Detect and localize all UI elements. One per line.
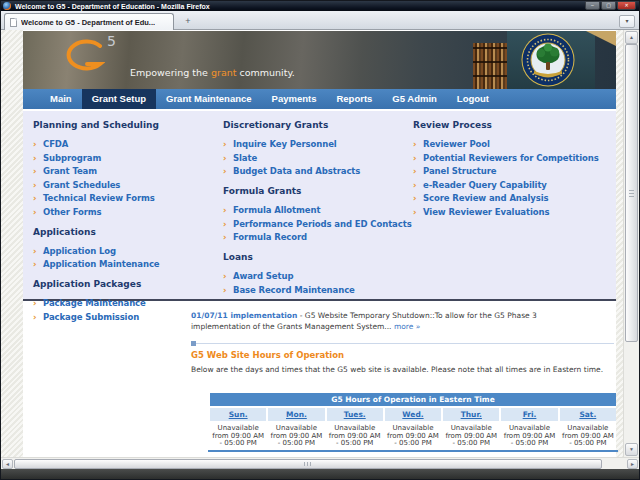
hours-table-title: G5 Hours of Operation in Eastern Time [210, 393, 616, 406]
menu-column-1: Planning and Scheduling ›CFDA ›Subprogra… [33, 120, 218, 332]
menu-section-formula-grants: Formula Grants ›Formula Allotment ›Perfo… [223, 186, 411, 242]
hours-cell-tues: Unavailable from 09:00 AM - 05:00 PM [327, 423, 383, 448]
window-controls: – ▢ ✕ [585, 1, 636, 10]
arrow-bullet-icon: › [33, 193, 43, 203]
menu-link-technical-review-forms[interactable]: Technical Review Forms [43, 193, 155, 203]
nav-item-grant-setup[interactable]: Grant Setup [82, 89, 156, 109]
arrow-bullet-icon: › [413, 193, 423, 203]
arrow-bullet-icon: › [33, 207, 43, 217]
tab-list-button[interactable]: ▾ [619, 15, 635, 28]
menu-link-panel-structure[interactable]: Panel Structure [423, 166, 496, 176]
menu-link-package-submission[interactable]: Package Submission [43, 312, 139, 322]
menu-section-title: Loans [223, 252, 411, 262]
horizontal-scrollbar-thumb[interactable] [14, 459, 602, 469]
menu-link-application-log[interactable]: Application Log [43, 246, 116, 256]
day-header-tues[interactable]: Tues. [327, 408, 383, 421]
news-more-link[interactable]: more » [394, 322, 420, 331]
tagline-pre: Empowering the [130, 67, 211, 78]
arrow-bullet-icon: › [413, 139, 423, 149]
menu-section-title: Discretionary Grants [223, 120, 411, 130]
gold-corner-decoration [586, 31, 616, 46]
tagline-post: community. [236, 67, 294, 78]
g5-logo-icon [59, 39, 105, 77]
arrow-bullet-icon: › [33, 153, 43, 163]
nav-item-payments[interactable]: Payments [262, 89, 327, 109]
menu-link-formula-allotment[interactable]: Formula Allotment [233, 205, 320, 215]
day-header-fri[interactable]: Fri. [501, 408, 557, 421]
menu-link-e-reader-query-capability[interactable]: e-Reader Query Capability [423, 180, 547, 190]
menu-link-base-record-maintenance[interactable]: Base Record Maintenance [233, 285, 355, 295]
menu-link-package-maintenance[interactable]: Package Maintenance [43, 298, 146, 308]
dept-of-education-seal-icon [521, 33, 575, 87]
arrow-bullet-icon: › [33, 139, 43, 149]
menu-link-score-review-and-analysis[interactable]: Score Review and Analysis [423, 193, 548, 203]
maximize-button[interactable]: ▢ [601, 1, 616, 10]
arrow-bullet-icon: › [413, 207, 423, 217]
day-header-sat[interactable]: Sat. [560, 408, 616, 421]
nav-item-g5-admin[interactable]: G5 Admin [382, 89, 447, 109]
scroll-left-icon[interactable]: ◄ [2, 459, 13, 469]
menu-link-grant-schedules[interactable]: Grant Schedules [43, 180, 120, 190]
menu-link-potential-reviewers-for-competitions[interactable]: Potential Reviewers for Competitions [423, 153, 599, 163]
menu-link-subprogram[interactable]: Subprogram [43, 153, 101, 163]
menu-link-other-forms[interactable]: Other Forms [43, 207, 102, 217]
menu-link-view-reviewer-evaluations[interactable]: View Reviewer Evaluations [423, 207, 549, 217]
scroll-down-icon[interactable]: ▼ [625, 443, 638, 456]
menu-section-applications: Applications ›Application Log ›Applicati… [33, 227, 218, 270]
nav-item-grant-maintenance[interactable]: Grant Maintenance [156, 89, 262, 109]
menu-section-discretionary-grants: Discretionary Grants ›Inquire Key Person… [223, 120, 411, 176]
grant-setup-menu-panel: Planning and Scheduling ›CFDA ›Subprogra… [23, 111, 616, 301]
hours-cell-mon: Unavailable from 09:00 AM - 05:00 PM [268, 423, 324, 448]
arrow-bullet-icon: › [223, 232, 233, 242]
firefox-icon [3, 2, 11, 10]
menu-section-title: Application Packages [33, 279, 218, 289]
menu-link-cfda[interactable]: CFDA [43, 139, 68, 149]
menu-link-formula-record[interactable]: Formula Record [233, 232, 307, 242]
vertical-scrollbar[interactable]: ▲ ▼ [623, 30, 639, 457]
menu-section-title: Planning and Scheduling [33, 120, 218, 130]
menu-link-inquire-key-personnel[interactable]: Inquire Key Personnel [233, 139, 337, 149]
nav-item-reports[interactable]: Reports [326, 89, 382, 109]
bookshelf-photo [473, 43, 507, 89]
close-button[interactable]: ✕ [617, 1, 636, 10]
menu-link-slate[interactable]: Slate [233, 153, 257, 163]
menu-link-reviewer-pool[interactable]: Reviewer Pool [423, 139, 490, 149]
page-margin-left [1, 30, 23, 457]
scrollbar-grip [304, 462, 312, 466]
day-header-mon[interactable]: Mon. [268, 408, 324, 421]
new-tab-button[interactable]: + [179, 17, 197, 28]
menu-link-performance-periods-and-ed-contacts[interactable]: Performance Periods and ED Contacts [233, 219, 412, 229]
scroll-up-icon[interactable]: ▲ [625, 31, 638, 44]
menu-link-budget-data-and-abstracts[interactable]: Budget Data and Abstracts [233, 166, 360, 176]
arrow-bullet-icon: › [33, 246, 43, 256]
day-header-sun[interactable]: Sun. [210, 408, 266, 421]
day-header-thur[interactable]: Thur. [443, 408, 499, 421]
menu-link-award-setup[interactable]: Award Setup [233, 271, 293, 281]
arrow-bullet-icon: › [223, 205, 233, 215]
minimize-button[interactable]: – [585, 1, 600, 10]
hours-table-wrap: G5 Hours of Operation in Eastern Time Su… [208, 391, 618, 452]
scroll-right-icon[interactable]: ► [627, 459, 638, 469]
divider-line [196, 343, 614, 344]
arrow-bullet-icon: › [413, 180, 423, 190]
browser-tab[interactable]: Welcome to G5 - Department of Edu... [4, 13, 174, 30]
arrow-bullet-icon: › [223, 139, 233, 149]
news-date-link[interactable]: 01/07/11 implementation [191, 311, 297, 320]
menu-section-planning-and-scheduling: Planning and Scheduling ›CFDA ›Subprogra… [33, 120, 218, 217]
day-header-wed[interactable]: Wed. [385, 408, 441, 421]
page-viewport: 5 Empowering the grant community. [1, 30, 639, 457]
window-bottom-edge [1, 469, 639, 479]
nav-item-logout[interactable]: Logout [447, 89, 499, 109]
nav-item-main[interactable]: Main [40, 89, 82, 109]
arrow-bullet-icon: › [223, 285, 233, 295]
menu-section-loans: Loans ›Award Setup ›Base Record Maintena… [223, 252, 411, 295]
arrow-bullet-icon: › [223, 219, 233, 229]
hours-cell-fri: Unavailable from 09:00 AM - 05:00 PM [501, 423, 557, 448]
vertical-scrollbar-thumb[interactable] [625, 44, 638, 342]
menu-section-review-process: Review Process ›Reviewer Pool ›Potential… [413, 120, 613, 217]
horizontal-scrollbar[interactable]: ◄ ► [1, 457, 639, 469]
menu-link-grant-team[interactable]: Grant Team [43, 166, 97, 176]
site-header-banner: 5 Empowering the grant community. [23, 31, 616, 89]
menu-link-application-maintenance[interactable]: Application Maintenance [43, 259, 160, 269]
page-icon [10, 18, 17, 27]
